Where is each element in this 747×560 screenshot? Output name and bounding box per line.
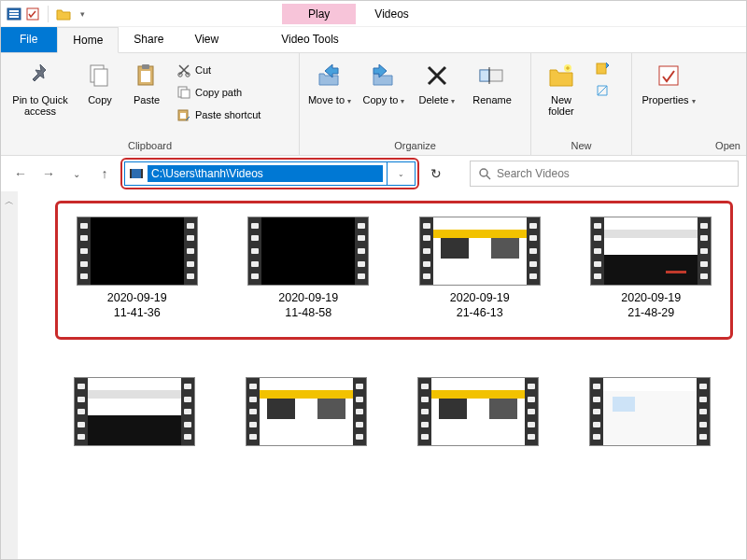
forward-button[interactable]: →	[36, 161, 61, 186]
file-item[interactable]: 2020-09-1921-48-29	[582, 217, 722, 320]
up-button[interactable]: ↑	[92, 161, 117, 186]
file-item[interactable]: 2020-09-1911-48-58	[239, 217, 379, 320]
chevron-down-icon: ▾	[401, 97, 404, 105]
file-item[interactable]	[64, 377, 204, 446]
chevron-down-icon: ▾	[347, 97, 351, 105]
video-folder-icon	[129, 166, 144, 181]
tab-view[interactable]: View	[179, 27, 234, 52]
svg-rect-1	[9, 10, 19, 12]
video-thumbnail	[247, 217, 369, 286]
file-item[interactable]: 2020-09-1911-41-36	[67, 217, 207, 320]
new-folder-button[interactable]: New folder	[537, 57, 585, 120]
file-item[interactable]	[580, 377, 720, 446]
rename-button[interactable]: Rename	[466, 57, 518, 109]
copy-to-label: Copy to ▾	[363, 94, 405, 106]
pin-label: Pin to Quick access	[8, 94, 72, 117]
delete-button[interactable]: Delete ▾	[414, 57, 460, 110]
file-name: 2020-09-1921-48-29	[621, 291, 681, 320]
svg-rect-3	[9, 16, 19, 18]
file-name: 2020-09-1921-46-13	[450, 291, 510, 320]
ribbon-group-organize: Move to ▾ Copy to ▾ Delete ▾	[300, 53, 531, 155]
context-tab-play[interactable]: Play	[282, 4, 356, 24]
move-to-icon	[315, 61, 345, 91]
delete-label: Delete ▾	[419, 94, 456, 106]
video-thumbnail	[77, 217, 198, 286]
address-dropdown-button[interactable]: ⌄	[388, 161, 416, 186]
file-item[interactable]	[408, 377, 548, 446]
svg-line-26	[486, 175, 490, 179]
refresh-button[interactable]: ↻	[423, 161, 449, 187]
cut-label: Cut	[195, 64, 211, 76]
pin-icon	[25, 61, 55, 91]
items-pane[interactable]: 2020-09-1911-41-36 2020-09-1911-48-58	[18, 191, 746, 559]
easy-access-button[interactable]	[591, 81, 613, 100]
svg-rect-13	[181, 90, 190, 98]
window-title: Videos	[374, 7, 408, 21]
highlighted-file-row: 2020-09-1911-41-36 2020-09-1911-48-58	[55, 201, 733, 340]
copy-path-button[interactable]: Copy path	[173, 83, 264, 102]
search-box[interactable]	[470, 161, 739, 187]
back-button[interactable]: ←	[8, 161, 33, 186]
properties-label: Properties ▾	[641, 94, 695, 106]
file-name: 2020-09-1911-48-58	[278, 291, 338, 320]
copy-label: Copy	[88, 94, 112, 105]
copy-to-button[interactable]: Copy to ▾	[359, 57, 408, 110]
file-item[interactable]	[236, 377, 376, 446]
svg-point-25	[480, 169, 487, 176]
paste-shortcut-button[interactable]: Paste shortcut	[173, 105, 264, 124]
scroll-up-icon[interactable]: ︿	[5, 195, 14, 208]
ribbon: Pin to Quick access Copy Paste	[1, 53, 746, 156]
copy-button[interactable]: Copy	[79, 57, 120, 109]
rename-icon	[477, 61, 507, 91]
svg-rect-15	[180, 113, 186, 119]
tab-file[interactable]: File	[1, 27, 57, 52]
tab-share[interactable]: Share	[119, 27, 179, 52]
scrollbar[interactable]: ︿	[1, 191, 18, 559]
video-thumbnail	[419, 217, 541, 286]
copy-to-icon	[369, 61, 399, 91]
organize-group-label: Organize	[305, 138, 525, 151]
move-to-button[interactable]: Move to ▾	[305, 57, 354, 110]
folder-qat-icon[interactable]	[56, 7, 71, 21]
address-bar[interactable]: C:\Users\thanh\Videos	[124, 161, 388, 186]
properties-qat-icon[interactable]	[25, 7, 40, 21]
svg-rect-8	[142, 64, 149, 69]
svg-rect-2	[9, 13, 19, 15]
chevron-down-icon: ▾	[692, 97, 696, 105]
svg-rect-23	[130, 169, 132, 178]
qat-divider	[48, 6, 49, 22]
content-area: ︿ 2020-09-1911-41-36	[1, 191, 746, 559]
quick-access-toolbar: ▾	[1, 6, 95, 22]
tab-video-tools[interactable]: Video Tools	[266, 27, 355, 52]
svg-rect-20	[597, 63, 606, 74]
copy-path-icon	[176, 85, 191, 100]
properties-button[interactable]: Properties ▾	[638, 57, 699, 110]
tab-home[interactable]: Home	[57, 27, 119, 53]
move-to-label: Move to ▾	[308, 94, 351, 106]
paste-icon	[132, 61, 162, 91]
new-item-button[interactable]	[591, 59, 613, 77]
recent-locations-button[interactable]: ⌄	[64, 161, 89, 186]
address-text[interactable]: C:\Users\thanh\Videos	[148, 165, 383, 182]
pin-to-quick-access-button[interactable]: Pin to Quick access	[7, 57, 74, 120]
svg-rect-21	[659, 66, 678, 85]
search-input[interactable]	[497, 167, 730, 180]
paste-button[interactable]: Paste	[126, 57, 167, 109]
explorer-icon	[7, 7, 21, 21]
qat-dropdown-icon[interactable]: ▾	[75, 7, 90, 21]
rename-label: Rename	[472, 94, 512, 105]
paste-shortcut-icon	[176, 107, 191, 122]
new-group-label: New	[537, 138, 626, 151]
open-group-label: Open	[638, 138, 740, 151]
delete-icon	[422, 61, 452, 91]
new-folder-label: New folder	[539, 94, 584, 117]
file-row	[55, 377, 733, 446]
ribbon-group-clipboard: Pin to Quick access Copy Paste	[1, 53, 300, 155]
properties-icon	[654, 61, 684, 91]
file-item[interactable]: 2020-09-1921-46-13	[410, 217, 550, 320]
paste-label: Paste	[134, 94, 160, 105]
cut-button[interactable]: Cut	[173, 61, 264, 79]
svg-rect-22	[130, 169, 143, 178]
video-thumbnail	[590, 217, 712, 286]
ribbon-group-open: Properties ▾ Open	[632, 53, 746, 155]
